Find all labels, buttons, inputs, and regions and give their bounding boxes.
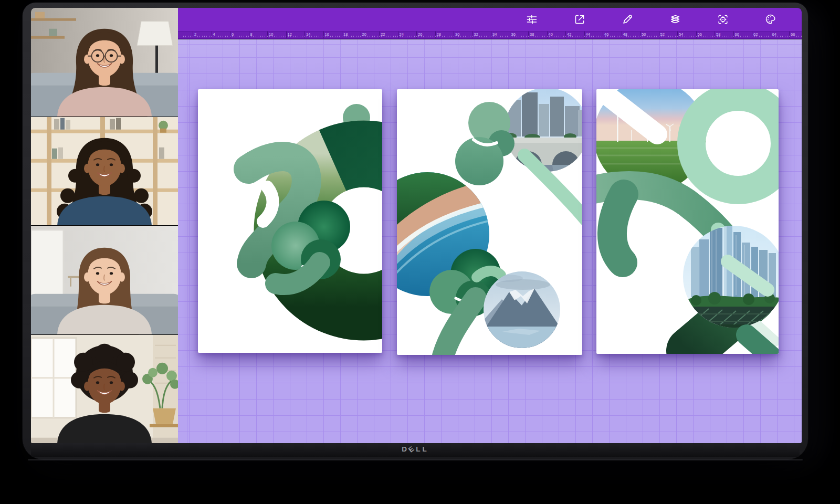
ruler-tick: 58 (715, 32, 725, 38)
ruler-tick: 18 (342, 32, 352, 38)
layers-icon[interactable] (669, 13, 681, 26)
dell-monitor: 2468101214161820222426283032343638404244… (22, 2, 808, 460)
ruler-tick: 50 (640, 32, 650, 38)
video-tile-participant-4[interactable] (31, 335, 178, 444)
ruler-tick: 32 (472, 32, 483, 38)
ruler-tick: 62 (752, 32, 762, 38)
video-tile-participant-3[interactable] (31, 226, 178, 335)
ruler-tick: 12 (286, 32, 297, 38)
ruler-tick: 38 (528, 32, 539, 38)
ruler-tick: 36 (510, 32, 520, 38)
forest-donut-artwork (198, 89, 382, 353)
focus-icon[interactable] (717, 13, 729, 26)
artboard-3-windfarm-skyline[interactable] (596, 89, 779, 354)
export-icon[interactable] (573, 13, 586, 26)
beach-bridge-mountain-artwork (397, 89, 582, 355)
ruler-tick: 46 (603, 32, 613, 38)
app-toolbar (178, 8, 802, 31)
participant-2-portrait (31, 117, 178, 226)
video-tile-participant-2[interactable] (31, 117, 178, 226)
ruler-tick: 24 (398, 32, 408, 38)
ruler-tick: 66 (789, 32, 800, 38)
participant-1-portrait (31, 8, 178, 117)
ruler-tick: 28 (435, 32, 446, 38)
ruler-tick: 26 (416, 32, 427, 38)
ruler-tick: 10 (267, 32, 278, 38)
ruler-tick: 44 (584, 32, 595, 38)
ruler-tick: 8 (249, 32, 259, 38)
mint-ring (691, 97, 779, 190)
ruler-tick: 64 (771, 32, 781, 38)
toolbar-icons (526, 13, 777, 26)
ruler-tick: 40 (547, 32, 558, 38)
mint-curl (477, 271, 501, 277)
ruler-tick: 52 (659, 32, 669, 38)
ruler: 2468101214161820222426283032343638404244… (178, 31, 802, 39)
artboard-2-beach-bridge-mountain[interactable] (397, 89, 582, 355)
palette-icon[interactable] (764, 13, 777, 26)
dark-sage-branch (612, 194, 624, 262)
video-tile-participant-1[interactable] (31, 8, 178, 117)
video-call-strip (31, 8, 178, 443)
artboard-1-forest-donut[interactable] (198, 89, 382, 353)
ruler-tick: 4 (212, 32, 222, 38)
ruler-tick: 42 (565, 32, 576, 38)
ruler-tick: 2 (193, 32, 203, 38)
ruler-tick: 6 (230, 32, 240, 38)
monitor-chin: DELL (31, 443, 800, 457)
participant-3-portrait (31, 226, 178, 334)
dell-logo: DELL (31, 445, 800, 453)
adjustments-icon[interactable] (526, 13, 538, 26)
pencil-icon[interactable] (621, 13, 634, 26)
ruler-tick: 54 (677, 32, 688, 38)
ruler-tick: 22 (379, 32, 390, 38)
ruler-tick: 48 (622, 32, 632, 38)
design-app: 2468101214161820222426283032343638404244… (178, 8, 802, 443)
screen: 2468101214161820222426283032343638404244… (31, 8, 802, 443)
ruler-tick: 60 (733, 32, 744, 38)
city-skyline-photo-circle (682, 213, 779, 331)
windfarm-skyline-artwork (596, 89, 779, 354)
participant-4-portrait (31, 335, 178, 444)
ruler-tick: 20 (361, 32, 371, 38)
ruler-tick: 30 (454, 32, 464, 38)
ruler-tick: 14 (304, 32, 315, 38)
ruler-tick: 16 (323, 32, 334, 38)
design-canvas[interactable] (178, 39, 802, 443)
ruler-tick: 34 (491, 32, 501, 38)
ruler-tick: 56 (696, 32, 707, 38)
